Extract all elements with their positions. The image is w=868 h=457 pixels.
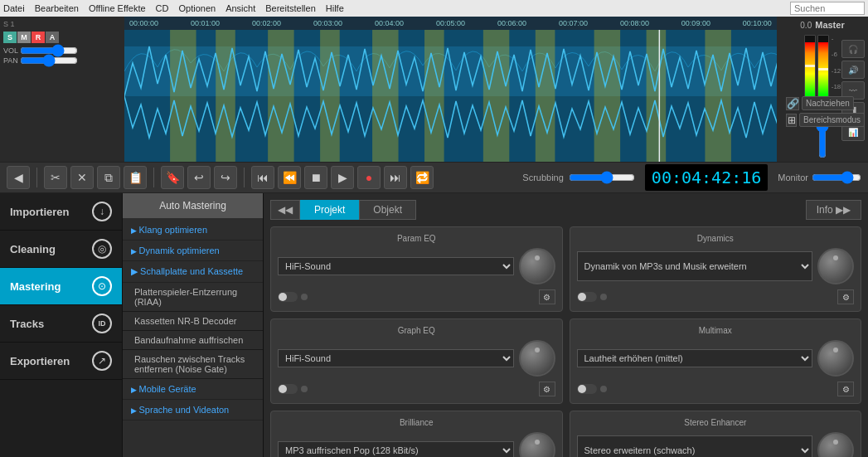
schallplatte-label: Schallplatte und Kassette xyxy=(140,266,243,276)
plattenspieler-item[interactable]: Plattenspieler-Entzerrung (RIAA) xyxy=(123,283,263,312)
dynamics-select[interactable]: Dynamik von MP3s und Musik erweitern xyxy=(577,251,813,281)
smr-buttons: S M R A xyxy=(3,32,59,43)
param-eq-select[interactable]: HiFi-Sound xyxy=(278,257,514,275)
dynamics-toggle[interactable] xyxy=(577,292,597,302)
waveform-track[interactable] xyxy=(124,30,777,162)
sidebar-item-tracks[interactable]: Tracks ID xyxy=(0,305,122,343)
multimax-settings[interactable]: ⚙ xyxy=(837,382,854,396)
cleaning-icon: ◎ xyxy=(92,239,112,259)
speaker-icon-btn[interactable]: 🔊 xyxy=(841,61,865,79)
solo-button[interactable]: S xyxy=(3,32,17,43)
projekt-tab[interactable]: Projekt xyxy=(300,200,359,220)
multimax-knob[interactable] xyxy=(817,340,854,377)
link-icon: 🔗 xyxy=(786,97,799,110)
svg-rect-6 xyxy=(372,30,398,162)
scrubbing-area: Scrubbing xyxy=(522,171,635,184)
toolbar: ◀ ✂ ✕ ⧉ 📋 🔖 ↩ ↪ ⏮ ⏪ ⏹ ▶ ● ⏭ 🔁 Scrubbing … xyxy=(0,162,868,193)
bereichsmodus-button[interactable]: Bereichsmodus xyxy=(799,113,865,127)
dynamik-optimieren-group[interactable]: Dynamik optimieren xyxy=(123,241,263,261)
fx-grid: Param EQ HiFi-Sound ⚙ Dynamics xyxy=(270,226,861,457)
mute-button[interactable]: M xyxy=(17,32,31,43)
cut-tool-btn[interactable]: ✂ xyxy=(44,166,67,189)
nachziehen-button[interactable]: Nachziehen xyxy=(802,96,854,110)
search-input[interactable] xyxy=(794,3,861,13)
menu-cd[interactable]: CD xyxy=(156,3,169,13)
scrubbing-label: Scrubbing xyxy=(522,173,564,182)
prev-btn[interactable]: ⏪ xyxy=(278,166,301,189)
copy-tool-btn[interactable]: ⧉ xyxy=(97,166,120,189)
kassetten-item[interactable]: Kassetten NR-B Decoder xyxy=(123,312,263,331)
stop-btn[interactable]: ⏹ xyxy=(304,166,327,189)
dynamics-title: Dynamics xyxy=(577,234,855,243)
redo-tool-btn[interactable]: ↪ xyxy=(214,166,237,189)
sidebar-item-mastering[interactable]: Mastering ⊙ xyxy=(0,268,122,305)
sidebar-tracks-label: Tracks xyxy=(10,318,44,330)
stereo-enhancer-knob-inner xyxy=(833,440,838,445)
menu-bereitstellen[interactable]: Bereitstellen xyxy=(265,3,316,13)
klang-optimieren-group[interactable]: Klang optimieren xyxy=(123,220,263,241)
menu-hilfe[interactable]: Hilfe xyxy=(326,3,344,13)
volume-slider[interactable] xyxy=(20,47,78,54)
graph-eq-settings[interactable]: ⚙ xyxy=(539,382,555,396)
multimax-dot xyxy=(600,386,607,392)
menu-offline-effekte[interactable]: Offline Effekte xyxy=(89,3,146,13)
brilliance-body: MP3 auffrischen Pop (128 kBit/s) xyxy=(278,432,555,457)
menu-datei[interactable]: Datei xyxy=(3,3,25,13)
param-eq-settings[interactable]: ⚙ xyxy=(539,289,555,304)
auto-mastering-button[interactable]: Auto Mastering xyxy=(123,193,263,218)
graph-eq-knob[interactable] xyxy=(519,340,555,377)
menu-ansicht[interactable]: Ansicht xyxy=(225,3,255,13)
delete-tool-btn[interactable]: ✕ xyxy=(70,166,94,189)
menu-bearbeiten[interactable]: Bearbeiten xyxy=(35,3,79,13)
monitor-slider[interactable] xyxy=(812,171,861,184)
dynamics-knob[interactable] xyxy=(817,248,854,284)
stereo-enhancer-select[interactable]: Stereo erweitern (schwach) xyxy=(577,435,813,457)
multimax-select[interactable]: Lautheit erhöhen (mittel) xyxy=(577,349,813,367)
sidebar-item-exportieren[interactable]: Exportieren ↗ xyxy=(0,343,122,380)
sprache-videaton-group[interactable]: Sprache und Videaton xyxy=(123,400,263,421)
paste-tool-btn[interactable]: 📋 xyxy=(124,166,147,189)
stereo-enhancer-select-area: Stereo erweitern (schwach) xyxy=(577,435,813,457)
fx-area: ◀◀ Projekt Objekt Info ▶▶ Param EQ HiFi-… xyxy=(264,193,868,457)
play-btn[interactable]: ▶ xyxy=(331,166,354,189)
skip-start-btn[interactable]: ⏮ xyxy=(251,166,274,189)
objekt-tab[interactable]: Objekt xyxy=(359,200,416,220)
range-icon: ⊞ xyxy=(786,114,797,127)
graph-eq-select[interactable]: HiFi-Sound xyxy=(278,349,514,367)
collapse-tool-btn[interactable]: ◀ xyxy=(7,166,30,189)
mobile-geraete-group[interactable]: Mobile Geräte xyxy=(123,379,263,400)
param-eq-toggle[interactable] xyxy=(278,292,298,302)
loop-btn[interactable]: 🔁 xyxy=(410,166,434,189)
record-button[interactable]: R xyxy=(32,32,45,43)
record-btn[interactable]: ● xyxy=(357,166,381,189)
param-eq-knob[interactable] xyxy=(519,248,555,284)
sidebar-item-importieren[interactable]: Importieren ↓ xyxy=(0,193,122,231)
skip-end-btn[interactable]: ⏭ xyxy=(384,166,407,189)
menu-optionen[interactable]: Optionen xyxy=(179,3,216,13)
sidebar-item-cleaning[interactable]: Cleaning ◎ xyxy=(0,231,122,268)
info-button[interactable]: Info ▶▶ xyxy=(806,200,861,220)
graph-eq-dot xyxy=(301,386,308,392)
volume-pan: VOL PAN xyxy=(3,46,121,65)
brilliance-knob[interactable] xyxy=(519,432,555,457)
sidebar-cleaning-label: Cleaning xyxy=(10,243,56,255)
headphones-icon-btn[interactable]: 🎧 xyxy=(841,40,865,58)
multimax-toggle[interactable] xyxy=(577,384,597,394)
dynamics-settings[interactable]: ⚙ xyxy=(837,289,854,304)
bookmark-tool-btn[interactable]: 🔖 xyxy=(161,166,184,189)
svg-rect-4 xyxy=(268,30,293,162)
stereo-enhancer-knob[interactable] xyxy=(817,432,854,457)
scrubbing-slider[interactable] xyxy=(569,171,635,184)
bandaufnahme-item[interactable]: Bandaufnahme auffrischen xyxy=(123,331,263,350)
fx-arrow-left[interactable]: ◀◀ xyxy=(270,200,300,220)
exportieren-icon: ↗ xyxy=(92,351,112,371)
multimax-knob-inner xyxy=(833,348,838,352)
search-box[interactable] xyxy=(790,2,865,15)
auto-button[interactable]: A xyxy=(46,32,59,43)
schallplatte-kassette-group[interactable]: ▶ Schallplatte und Kassette xyxy=(123,261,263,283)
undo-tool-btn[interactable]: ↩ xyxy=(187,166,211,189)
brilliance-select[interactable]: MP3 auffrischen Pop (128 kBit/s) xyxy=(278,441,514,457)
rauschen-item[interactable]: Rauschen zwischen Tracks entfernen (Nois… xyxy=(123,350,263,379)
pan-slider[interactable] xyxy=(20,57,78,64)
graph-eq-toggle[interactable] xyxy=(278,384,298,394)
